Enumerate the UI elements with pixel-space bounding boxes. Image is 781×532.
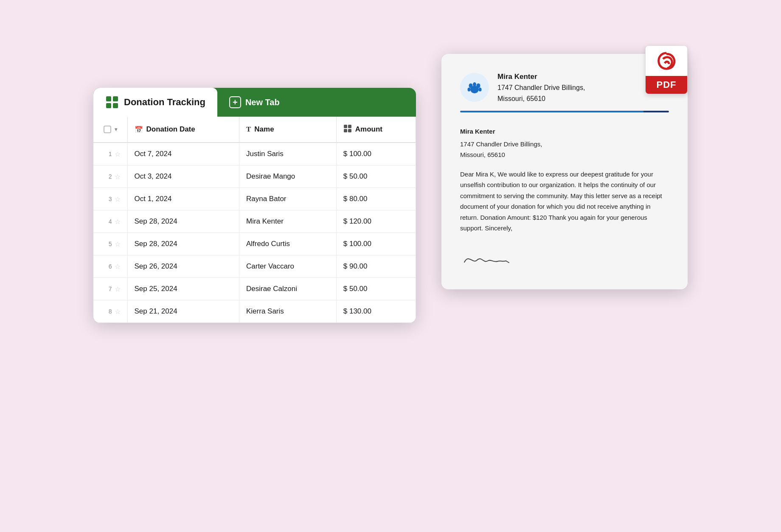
divider-navy <box>643 111 669 112</box>
star-icon[interactable]: ☆ <box>115 173 121 181</box>
row-name-cell: Carter Vaccaro <box>239 255 337 278</box>
star-icon[interactable]: ☆ <box>115 240 121 248</box>
text-icon: T <box>246 125 251 134</box>
table-row: 8 ☆ Sep 21, 2024Kierra Saris$ 130.00 <box>93 300 416 323</box>
amount-icon <box>343 124 352 134</box>
row-num-cell: 5 ☆ <box>93 233 127 255</box>
row-date-cell: Sep 28, 2024 <box>127 210 239 233</box>
row-amount-cell: $ 100.00 <box>336 233 416 255</box>
row-num-cell: 1 ☆ <box>93 143 127 165</box>
row-amount-cell: $ 100.00 <box>336 143 416 165</box>
star-icon[interactable]: ☆ <box>115 218 121 226</box>
row-num-cell: 7 ☆ <box>93 278 127 300</box>
scene: Donation Tracking + New Tab ▾ <box>93 54 688 478</box>
row-date-cell: Sep 28, 2024 <box>127 233 239 255</box>
body-address-line2: Missouri, 65610 <box>460 149 669 160</box>
col-date-label: Donation Date <box>146 125 195 134</box>
row-date-cell: Oct 7, 2024 <box>127 143 239 165</box>
svg-point-10 <box>473 82 476 87</box>
row-amount-cell: $ 80.00 <box>336 188 416 210</box>
row-num-cell: 8 ☆ <box>93 300 127 323</box>
row-date-cell: Sep 26, 2024 <box>127 255 239 278</box>
letter-header-address: Mira Kenter 1747 Chandler Drive Billings… <box>497 71 585 104</box>
table-header-row: ▾ 📅 Donation Date T Name <box>93 117 416 143</box>
table-row: 7 ☆ Sep 25, 2024Desirae Calzoni$ 50.00 <box>93 278 416 300</box>
svg-rect-2 <box>106 103 111 108</box>
paw-icon-container <box>460 73 489 102</box>
svg-rect-3 <box>113 103 118 108</box>
letter-header: Mira Kenter 1747 Chandler Drive Billings… <box>460 71 669 104</box>
pdf-label-text: PDF <box>646 76 687 94</box>
table-row: 3 ☆ Oct 1, 2024Rayna Bator$ 80.00 <box>93 188 416 210</box>
row-name-cell: Alfredo Curtis <box>239 233 337 255</box>
letter-body: Mira Kenter 1747 Chandler Drive Billings… <box>460 126 669 271</box>
row-num-cell: 2 ☆ <box>93 165 127 188</box>
svg-rect-5 <box>348 125 351 128</box>
signature-svg <box>460 247 511 269</box>
paw-icon <box>466 78 483 96</box>
col-amount-label: Amount <box>355 125 382 134</box>
th-amount: Amount <box>336 117 416 143</box>
header-address-line1: 1747 Chandler Drive Billings, <box>497 82 585 93</box>
table-row: 1 ☆ Oct 7, 2024Justin Saris$ 100.00 <box>93 143 416 165</box>
star-icon[interactable]: ☆ <box>115 263 121 271</box>
body-address-line1: 1747 Chandler Drive Billings, <box>460 139 669 150</box>
row-amount-cell: $ 130.00 <box>336 300 416 323</box>
letter-addressee-block: Mira Kenter 1747 Chandler Drive Billings… <box>460 126 669 160</box>
row-amount-cell: $ 120.00 <box>336 210 416 233</box>
row-amount-cell: $ 50.00 <box>336 165 416 188</box>
divider-blue <box>460 111 643 112</box>
donation-table: ▾ 📅 Donation Date T Name <box>93 117 416 323</box>
body-recipient-name: Mira Kenter <box>460 126 669 137</box>
active-tab-label: Donation Tracking <box>124 97 205 108</box>
th-checkbox: ▾ <box>93 117 127 143</box>
star-icon[interactable]: ☆ <box>115 150 121 158</box>
svg-rect-4 <box>344 125 347 128</box>
svg-point-11 <box>477 84 480 88</box>
header-checkbox[interactable] <box>104 126 111 133</box>
spreadsheet-card: Donation Tracking + New Tab ▾ <box>93 88 416 323</box>
svg-point-9 <box>469 84 473 88</box>
col-name-label: Name <box>254 125 274 134</box>
star-icon[interactable]: ☆ <box>115 285 121 293</box>
plus-icon: + <box>229 96 241 108</box>
letter-divider <box>460 111 669 112</box>
row-num-cell: 6 ☆ <box>93 255 127 278</box>
tab-donation-tracking[interactable]: Donation Tracking <box>93 88 217 117</box>
tab-bar: Donation Tracking + New Tab <box>93 88 416 117</box>
row-date-cell: Oct 3, 2024 <box>127 165 239 188</box>
header-address-line2: Missouri, 65610 <box>497 93 585 104</box>
pdf-file-icon: PDF <box>645 45 688 94</box>
row-name-cell: Kierra Saris <box>239 300 337 323</box>
th-date: 📅 Donation Date <box>127 117 239 143</box>
row-name-cell: Justin Saris <box>239 143 337 165</box>
row-name-cell: Desirae Calzoni <box>239 278 337 300</box>
svg-point-13 <box>479 88 482 92</box>
caret-icon: ▾ <box>115 126 117 132</box>
table-row: 6 ☆ Sep 26, 2024Carter Vaccaro$ 90.00 <box>93 255 416 278</box>
svg-rect-6 <box>344 129 347 132</box>
th-name: T Name <box>239 117 337 143</box>
row-num-cell: 4 ☆ <box>93 210 127 233</box>
signature <box>460 247 669 271</box>
grid-icon <box>105 95 119 109</box>
row-name-cell: Mira Kenter <box>239 210 337 233</box>
row-date-cell: Sep 21, 2024 <box>127 300 239 323</box>
star-icon[interactable]: ☆ <box>115 195 121 203</box>
signature-area <box>460 247 669 271</box>
svg-point-12 <box>468 88 471 92</box>
star-icon[interactable]: ☆ <box>115 308 121 316</box>
row-amount-cell: $ 90.00 <box>336 255 416 278</box>
pdf-file-body: PDF <box>645 45 688 94</box>
letter-card: PDF Mira Kenter 1747 Chandler Drive <box>441 54 688 289</box>
tab-new[interactable]: + New Tab <box>217 96 292 108</box>
table-row: 2 ☆ Oct 3, 2024Desirae Mango$ 50.00 <box>93 165 416 188</box>
row-name-cell: Desirae Mango <box>239 165 337 188</box>
new-tab-label: New Tab <box>245 98 280 107</box>
table-row: 4 ☆ Sep 28, 2024Mira Kenter$ 120.00 <box>93 210 416 233</box>
pdf-badge: PDF <box>645 45 696 96</box>
svg-rect-0 <box>106 96 111 101</box>
row-date-cell: Sep 25, 2024 <box>127 278 239 300</box>
table-row: 5 ☆ Sep 28, 2024Alfredo Curtis$ 100.00 <box>93 233 416 255</box>
header-recipient-name: Mira Kenter <box>497 71 585 82</box>
